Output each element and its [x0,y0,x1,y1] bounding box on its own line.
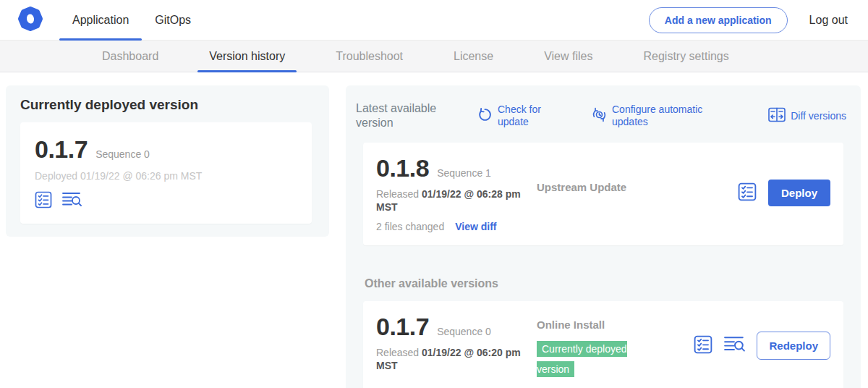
latest-preflight-checks-icon-button[interactable] [738,182,757,203]
top-nav: Application GitOps Add a new application… [0,0,868,41]
currently-deployed-title: Currently deployed version [20,97,312,113]
view-logs-icon-button[interactable] [62,191,82,211]
deployed-sequence-label: Sequence 0 [95,148,150,160]
app-logo-icon [17,6,43,35]
subnav-tab-license[interactable]: License [442,41,505,72]
checklist-icon [738,182,757,203]
checklist-icon [35,191,52,211]
add-application-button[interactable]: Add a new application [649,7,788,33]
other-released-timestamp: Released 01/19/22 @ 06:20 pm MST [376,346,524,373]
deployed-version-card: 0.1.7 Sequence 0 Deployed 01/19/22 @ 06:… [20,122,312,224]
latest-released-timestamp: Released 01/19/22 @ 06:28 pm MST [376,187,524,214]
app-root: Application GitOps Add a new application… [0,0,868,388]
subnav-tab-troubleshoot[interactable]: Troubleshoot [324,41,414,72]
latest-version-source: Upstream Update [537,181,626,193]
latest-sequence-label: Sequence 1 [437,167,491,179]
available-updates-panel: Latest available version Check for updat… [346,85,861,388]
top-tabs: Application GitOps [59,0,204,40]
view-diff-link[interactable]: View diff [455,221,496,232]
other-sequence-label: Sequence 0 [437,326,491,337]
logs-magnifier-icon [62,191,82,211]
tab-application[interactable]: Application [59,0,142,40]
redeploy-button[interactable]: Redeploy [757,332,830,360]
subnav-tab-registry-settings[interactable]: Registry settings [631,41,740,72]
badge-container: Currently deployed version [537,339,651,379]
check-for-update-button[interactable]: Check for update [477,104,550,127]
topnav-right: Add a new application Log out [649,0,848,40]
updates-panel-header: Latest available version Check for updat… [354,100,852,130]
tab-gitops[interactable]: GitOps [142,0,204,40]
logout-button[interactable]: Log out [809,14,848,27]
configure-automatic-updates-button[interactable]: Configure automatic updates [592,104,706,127]
currently-deployed-card: Currently deployed version 0.1.7 Sequenc… [6,85,329,237]
subnav-tab-version-history[interactable]: Version history [197,41,297,72]
checklist-icon [694,335,712,356]
latest-available-title: Latest available version [356,101,444,130]
other-versions-title: Other available versions [365,277,843,290]
deploy-button[interactable]: Deploy [768,180,830,206]
sub-nav: Dashboard Version history Troubleshoot L… [0,41,868,72]
latest-version-card: 0.1.8 Sequence 1 Released 01/19/22 @ 06:… [363,143,843,245]
deployed-version-number: 0.1.7 [35,135,88,164]
other-version-card: 0.1.7 Sequence 0 Released 01/19/22 @ 06:… [363,301,843,388]
subnav-tab-view-files[interactable]: View files [532,41,604,72]
clock-refresh-icon [592,107,607,125]
main-content: Currently deployed version 0.1.7 Sequenc… [0,72,868,388]
currently-deployed-badge: Currently deployed version [537,341,627,377]
latest-version-number: 0.1.8 [376,154,429,182]
diff-versions-button[interactable]: Diff versions [768,107,846,125]
files-changed-label: 2 files changed [376,221,444,232]
logs-magnifier-icon [724,335,745,356]
app-logo[interactable] [17,0,43,40]
diff-columns-icon [768,107,786,125]
subnav-tab-dashboard[interactable]: Dashboard [90,41,170,72]
preflight-checks-icon-button[interactable] [35,191,52,211]
other-preflight-checks-icon-button[interactable] [694,335,712,356]
other-version-source: Online Install [537,319,605,331]
other-view-logs-icon-button[interactable] [724,335,745,356]
refresh-arrow-icon [477,107,493,125]
other-version-number: 0.1.7 [376,313,429,341]
deployed-timestamp: Deployed 01/19/22 @ 06:26 pm MST [35,170,297,182]
